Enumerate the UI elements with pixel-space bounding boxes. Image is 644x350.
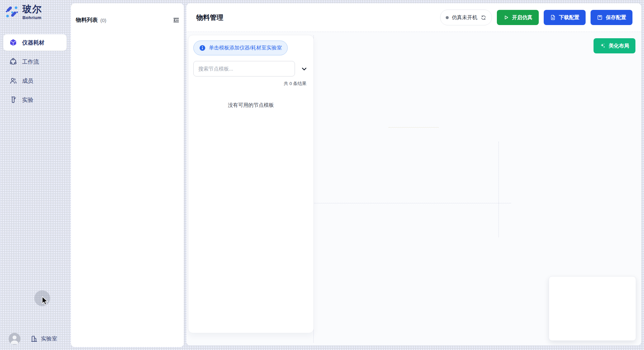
mouse-cursor (42, 296, 49, 306)
workflow-icon (9, 58, 17, 66)
header-actions: 仿真未开机 开启仿真 (440, 10, 633, 25)
sidebar-nav: 仪器耗材 工作流 (3, 34, 67, 108)
app-window: 玻尔 Bohrium 仪器耗材 (0, 0, 644, 350)
save-config-button[interactable]: 保存配置 (591, 10, 632, 25)
materials-list-title: 物料列表 (76, 16, 98, 24)
users-icon (9, 77, 17, 85)
start-simulation-button[interactable]: 开启仿真 (497, 10, 539, 25)
brand-name-zh: 玻尔 (22, 5, 42, 14)
simulation-status-text: 仿真未开机 (452, 14, 478, 21)
page-title: 物料管理 (196, 13, 223, 22)
main-header: 物料管理 仿真未开机 (186, 3, 641, 32)
guide-line-horizontal (389, 127, 439, 128)
brand-name-en: Bohrium (22, 15, 42, 20)
simulation-status-chip: 仿真未开机 (440, 10, 492, 25)
empty-templates-text: 没有可用的节点模板 (193, 102, 308, 109)
sidebar-item-label: 工作流 (22, 58, 39, 66)
download-config-label: 下载配置 (559, 14, 579, 21)
test-tube-icon (9, 96, 17, 104)
sidebar-footer: 实验室 (9, 333, 57, 345)
cube-icon (9, 39, 17, 46)
chevron-down-icon[interactable] (300, 65, 308, 73)
building-icon (30, 335, 38, 343)
start-simulation-label: 开启仿真 (512, 14, 532, 21)
refresh-icon[interactable] (481, 15, 486, 20)
brand-logo[interactable]: 玻尔 Bohrium (5, 5, 42, 20)
file-download-icon (550, 15, 556, 20)
node-template-panel: 单击模板添加仪器/耗材至实验室 共 0 条结果 没有可用的节点模板 (188, 35, 314, 333)
save-icon (597, 15, 603, 20)
template-search-row (193, 61, 308, 76)
materials-list-panel: 物料列表 (0) (71, 3, 184, 347)
materials-list-count: (0) (100, 17, 106, 23)
materials-list-header: 物料列表 (0) (76, 16, 180, 24)
sparkles-icon (600, 43, 606, 49)
beautify-layout-button[interactable]: 美化布局 (594, 38, 635, 53)
sidebar-item-experiments[interactable]: 实验 (3, 92, 67, 108)
template-hint-text: 单击模板添加仪器/耗材至实验室 (209, 44, 282, 51)
collapse-list-icon[interactable] (173, 16, 180, 24)
template-hint-banner: 单击模板添加仪器/耗材至实验室 (193, 41, 288, 55)
sidebar-item-members[interactable]: 成员 (3, 73, 67, 89)
guide-line-horizontal (313, 203, 511, 203)
sidebar-item-label: 成员 (22, 77, 33, 85)
status-dot-icon (446, 16, 449, 19)
brand-text: 玻尔 Bohrium (22, 5, 42, 20)
lab-entry-label: 实验室 (41, 335, 57, 342)
template-search-input[interactable] (193, 61, 295, 76)
bohrium-logo-icon (5, 5, 19, 19)
download-config-button[interactable]: 下载配置 (544, 10, 586, 25)
sidebar-item-label: 实验 (22, 96, 33, 104)
sidebar: 玻尔 Bohrium 仪器耗材 (0, 0, 71, 350)
lab-entry[interactable]: 实验室 (30, 335, 57, 343)
results-count-text: 共 0 条结果 (193, 81, 308, 87)
save-config-label: 保存配置 (606, 14, 626, 21)
info-icon (199, 45, 206, 51)
play-icon (503, 15, 509, 20)
user-avatar[interactable] (9, 333, 20, 345)
guide-line-vertical (499, 142, 499, 237)
sidebar-item-instruments[interactable]: 仪器耗材 (3, 34, 67, 51)
sidebar-item-workflow[interactable]: 工作流 (3, 53, 67, 70)
sidebar-item-label: 仪器耗材 (22, 39, 45, 46)
canvas-minimap[interactable] (549, 276, 636, 341)
beautify-layout-label: 美化布局 (609, 43, 629, 49)
